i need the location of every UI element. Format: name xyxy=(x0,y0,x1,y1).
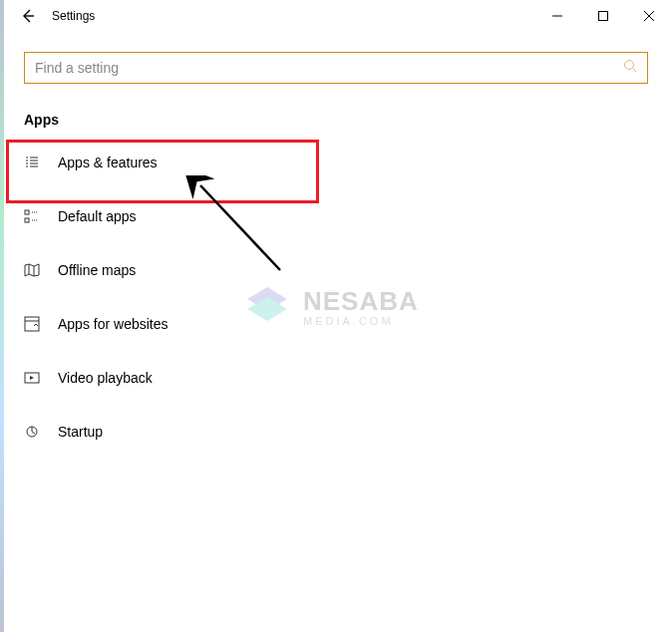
minimize-icon xyxy=(552,11,562,21)
nav-label: Startup xyxy=(58,424,103,440)
minimize-button[interactable] xyxy=(534,0,580,32)
svg-point-1 xyxy=(625,61,634,70)
section-heading: Apps xyxy=(24,112,648,128)
left-edge-decoration xyxy=(0,0,4,632)
nav-item-default-apps[interactable]: Default apps xyxy=(0,189,648,243)
window-title: Settings xyxy=(52,9,95,23)
maximize-icon xyxy=(598,11,608,21)
search-input[interactable] xyxy=(35,60,623,76)
nav-list: Apps & features Default apps Offline map… xyxy=(0,136,648,459)
back-button[interactable] xyxy=(8,0,48,32)
nav-item-video-playback[interactable]: Video playback xyxy=(0,351,648,405)
svg-rect-0 xyxy=(599,12,608,21)
window-controls xyxy=(534,0,672,32)
nav-item-offline-maps[interactable]: Offline maps xyxy=(0,243,648,297)
close-button[interactable] xyxy=(626,0,672,32)
apps-websites-icon xyxy=(24,316,40,332)
nav-label: Video playback xyxy=(58,370,153,386)
nav-item-apps-websites[interactable]: Apps for websites xyxy=(0,297,648,351)
svg-rect-3 xyxy=(25,218,29,222)
startup-icon xyxy=(24,424,40,440)
offline-maps-icon xyxy=(24,262,40,278)
svg-rect-2 xyxy=(25,210,29,214)
video-playback-icon xyxy=(24,370,40,386)
nav-label: Offline maps xyxy=(58,262,136,278)
search-box[interactable] xyxy=(24,52,648,84)
nav-item-startup[interactable]: Startup xyxy=(0,405,648,459)
svg-rect-4 xyxy=(25,317,39,331)
apps-features-icon xyxy=(24,155,40,170)
maximize-button[interactable] xyxy=(580,0,626,32)
nav-label: Apps for websites xyxy=(58,316,168,332)
nav-label: Apps & features xyxy=(58,155,158,170)
close-icon xyxy=(644,11,654,21)
search-icon xyxy=(623,59,637,77)
nav-label: Default apps xyxy=(58,208,137,224)
title-bar: Settings xyxy=(0,0,672,32)
back-arrow-icon xyxy=(20,8,36,24)
default-apps-icon xyxy=(24,208,40,224)
content-area: Apps Apps & features Default apps Offlin… xyxy=(0,32,672,459)
nav-item-apps-features[interactable]: Apps & features xyxy=(0,136,648,189)
